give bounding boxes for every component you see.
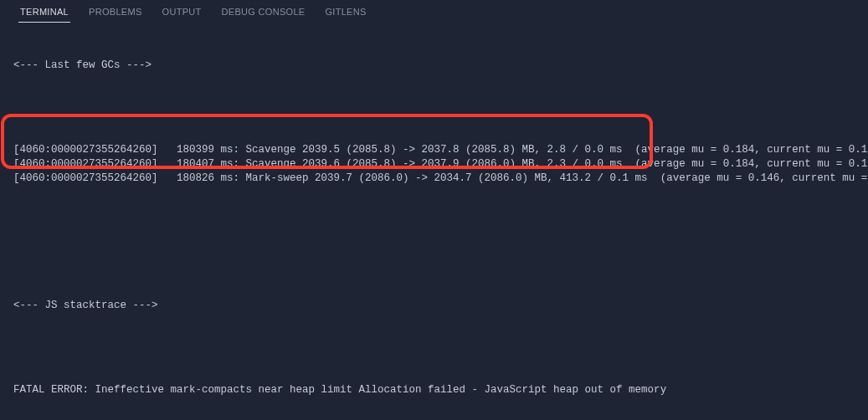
blank-line (13, 341, 855, 355)
tab-output[interactable]: OUTPUT (152, 2, 212, 22)
tab-gitlens[interactable]: GITLENS (315, 2, 376, 22)
stack-header: <--- JS stacktrace ---> (13, 299, 855, 313)
blank-line (13, 100, 855, 115)
fatal-error: FATAL ERROR: Ineffective mark-compacts n… (13, 383, 855, 397)
gc-header: <--- Last few GCs ---> (13, 59, 855, 73)
terminal-output[interactable]: <--- Last few GCs ---> [4060:00000273552… (0, 23, 868, 420)
gc-line: [4060:0000027355264260] 180407 ms: Scave… (13, 157, 855, 172)
gc-lines: [4060:0000027355264260] 180399 ms: Scave… (13, 143, 855, 186)
tab-problems[interactable]: PROBLEMS (79, 2, 152, 22)
tab-terminal[interactable]: TERMINAL (10, 2, 79, 22)
blank-line (13, 213, 855, 228)
tab-debug-console[interactable]: DEBUG CONSOLE (212, 2, 316, 22)
gc-line: [4060:0000027355264260] 180826 ms: Mark-… (13, 172, 855, 186)
panel-tabs: TERMINAL PROBLEMS OUTPUT DEBUG CONSOLE G… (0, 0, 868, 23)
blank-line (13, 256, 855, 270)
gc-line: [4060:0000027355264260] 180399 ms: Scave… (13, 143, 855, 157)
